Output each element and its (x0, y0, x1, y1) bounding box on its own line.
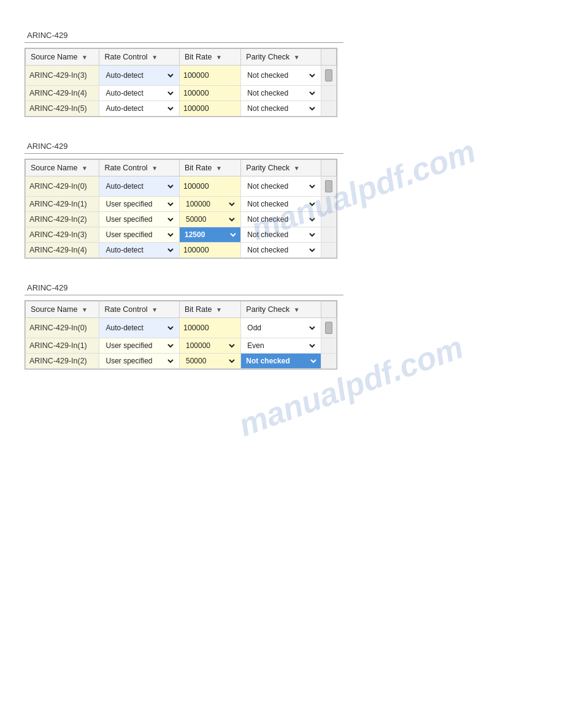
rate-control-select[interactable]: Auto-detect User specified (103, 356, 175, 366)
rate-control-select[interactable]: Auto-detect User specified (103, 199, 175, 209)
section3-table-wrapper: Source Name ▼ Rate Control ▼ Bit Rate ▼ … (25, 300, 337, 370)
source-cell: ARINC-429-In(1) (26, 338, 99, 354)
scrollbar-col-2 (321, 160, 336, 176)
section2-header-row: Source Name ▼ Rate Control ▼ Bit Rate ▼ … (26, 160, 337, 176)
col-rate-control-2: Rate Control ▼ (99, 160, 180, 176)
rate-control-select[interactable]: Auto-detect User specified (103, 245, 175, 255)
filter-icon-source-3[interactable]: ▼ (82, 306, 88, 313)
rate-control-select[interactable]: Auto-detect User specified (103, 341, 175, 351)
bit-rate-cell[interactable]: 100000 50000 12500 (179, 212, 240, 227)
filter-icon-parity-2[interactable]: ▼ (294, 165, 300, 172)
rate-control-cell[interactable]: Auto-detect User specified (99, 243, 180, 258)
parity-cell[interactable]: Not checked Odd Even (241, 176, 321, 197)
scrollbar-s2-1 (321, 176, 336, 197)
rate-control-cell[interactable]: Auto-detect User specified (99, 212, 180, 227)
parity-cell[interactable]: Not checked Odd Even (241, 338, 321, 354)
parity-select[interactable]: Not checked Odd Even (245, 214, 317, 224)
section3-title: ARINC-429 (25, 283, 538, 292)
table-row: ARINC-429-In(4) Auto-detect User specifi… (26, 243, 337, 258)
filter-icon-source-2[interactable]: ▼ (82, 165, 88, 172)
table-row: ARINC-429-In(2) Auto-detect User specifi… (26, 354, 337, 369)
bit-rate-select[interactable]: 100000 50000 12500 (183, 356, 237, 366)
section-2: ARINC-429 Source Name ▼ Rate Control ▼ B… (25, 142, 538, 259)
bit-rate-cell: 100000 (179, 66, 240, 86)
filter-icon-parity-3[interactable]: ▼ (294, 306, 300, 313)
rate-control-cell[interactable]: Auto-detect User specified (99, 354, 180, 369)
scrollbar-s2-2 (321, 197, 336, 212)
bit-rate-cell[interactable]: 100000 50000 12500 (179, 338, 240, 354)
rate-control-select[interactable]: Auto-detect User specified (103, 214, 175, 224)
section2-table-wrapper: Source Name ▼ Rate Control ▼ Bit Rate ▼ … (25, 159, 337, 259)
col-source-name-2: Source Name ▼ (26, 160, 99, 176)
rate-control-cell[interactable]: Auto-detect User specified (99, 66, 180, 86)
parity-select[interactable]: Not checked Odd Even (245, 230, 317, 240)
parity-cell[interactable]: Not checked Odd Even (241, 227, 321, 243)
rate-control-cell[interactable]: Auto-detect User specified (99, 86, 180, 101)
parity-select[interactable]: Not checked Odd Even (245, 341, 317, 351)
rate-control-cell[interactable]: Auto-detect User specified (99, 227, 180, 243)
bit-rate-cell[interactable]: 100000 50000 12500 (179, 197, 240, 212)
bit-rate-select[interactable]: 100000 50000 12500 (183, 341, 237, 351)
col-bit-rate-2: Bit Rate ▼ (179, 160, 240, 176)
filter-icon-bit-2[interactable]: ▼ (216, 165, 222, 172)
rate-control-select[interactable]: Auto-detect User specified (103, 323, 175, 333)
parity-cell[interactable]: Not checked Odd Even (241, 243, 321, 258)
section3-header-row: Source Name ▼ Rate Control ▼ Bit Rate ▼ … (26, 301, 337, 318)
filter-icon-source-1[interactable]: ▼ (82, 54, 88, 61)
bit-rate-select[interactable]: 100000 50000 12500 (183, 199, 237, 209)
bit-rate-cell[interactable]: 100000 50000 12500 (179, 354, 240, 369)
rate-control-cell[interactable]: Auto-detect User specified (99, 318, 180, 338)
parity-select[interactable]: Not checked Odd Even (245, 323, 317, 333)
rate-control-cell[interactable]: Auto-detect User specified (99, 176, 180, 197)
rate-control-cell[interactable]: Auto-detect User specified (99, 338, 180, 354)
bit-rate-select[interactable]: 100000 50000 12500 (183, 214, 237, 224)
parity-cell[interactable]: Not checked Odd Even (241, 197, 321, 212)
rate-control-select[interactable]: Auto-detect User specified (103, 230, 175, 240)
parity-cell-selected[interactable]: Not checked Odd Even (241, 354, 321, 369)
parity-cell[interactable]: Not checked Odd Even (241, 66, 321, 86)
filter-icon-rate-2[interactable]: ▼ (151, 165, 158, 172)
source-cell: ARINC-429-In(5) (26, 101, 99, 116)
parity-cell[interactable]: Not checked Odd Even (241, 86, 321, 101)
parity-cell[interactable]: Not checked Odd Even (241, 101, 321, 116)
col-bit-rate-3: Bit Rate ▼ (179, 301, 240, 318)
section2-title: ARINC-429 (25, 142, 538, 151)
filter-icon-bit-3[interactable]: ▼ (216, 306, 222, 313)
table-row: ARINC-429-In(3) Auto-detect User specifi… (26, 66, 337, 86)
parity-cell[interactable]: Not checked Odd Even (241, 212, 321, 227)
parity-select[interactable]: Not checked Odd Even (243, 356, 318, 366)
rate-control-select[interactable]: Auto-detect User specified (103, 70, 175, 80)
rate-control-select[interactable]: Auto-detect User specified (103, 88, 175, 98)
source-cell: ARINC-429-In(1) (26, 197, 99, 212)
parity-select[interactable]: Not checked Odd Even (245, 181, 317, 191)
scrollbar-col-1 (321, 49, 336, 66)
filter-icon-rate-3[interactable]: ▼ (151, 306, 158, 313)
table-row: ARINC-429-In(1) Auto-detect User specifi… (26, 338, 337, 354)
bit-rate-cell-selected[interactable]: 100000 50000 12500 (179, 227, 240, 243)
rate-control-select[interactable]: Auto-detect User specified (103, 104, 175, 113)
parity-select[interactable]: Not checked Odd Even (245, 199, 317, 209)
filter-icon-rate-1[interactable]: ▼ (151, 54, 158, 61)
scrollbar-col-3 (321, 301, 336, 318)
parity-cell[interactable]: Not checked Odd Even (241, 318, 321, 338)
scrollbar-s3-2 (321, 338, 336, 354)
source-cell: ARINC-429-In(2) (26, 212, 99, 227)
section1-table-wrapper: Source Name ▼ Rate Control ▼ Bit Rate ▼ … (25, 48, 337, 117)
parity-select[interactable]: Not checked Odd Even (245, 70, 317, 80)
parity-select[interactable]: Not checked Odd Even (245, 245, 317, 255)
section2-divider (25, 153, 343, 154)
rate-control-cell[interactable]: Auto-detect User specified (99, 101, 180, 116)
section1-table: Source Name ▼ Rate Control ▼ Bit Rate ▼ … (25, 48, 337, 116)
rate-control-cell[interactable]: Auto-detect User specified (99, 197, 180, 212)
scrollbar-thumb-s3-1 (325, 322, 332, 334)
parity-select[interactable]: Not checked Odd Even (245, 88, 317, 98)
filter-icon-parity-1[interactable]: ▼ (294, 54, 300, 61)
scrollbar-3 (321, 101, 336, 116)
filter-icon-bit-1[interactable]: ▼ (216, 54, 222, 61)
bit-rate-select[interactable]: 100000 50000 12500 (182, 230, 238, 240)
section-1: ARINC-429 Source Name ▼ Rate Control ▼ B… (25, 31, 538, 117)
col-rate-control-1: Rate Control ▼ (99, 49, 180, 66)
parity-select[interactable]: Not checked Odd Even (245, 104, 317, 113)
rate-control-select[interactable]: Auto-detect User specified (103, 181, 175, 191)
source-cell: ARINC-429-In(4) (26, 243, 99, 258)
